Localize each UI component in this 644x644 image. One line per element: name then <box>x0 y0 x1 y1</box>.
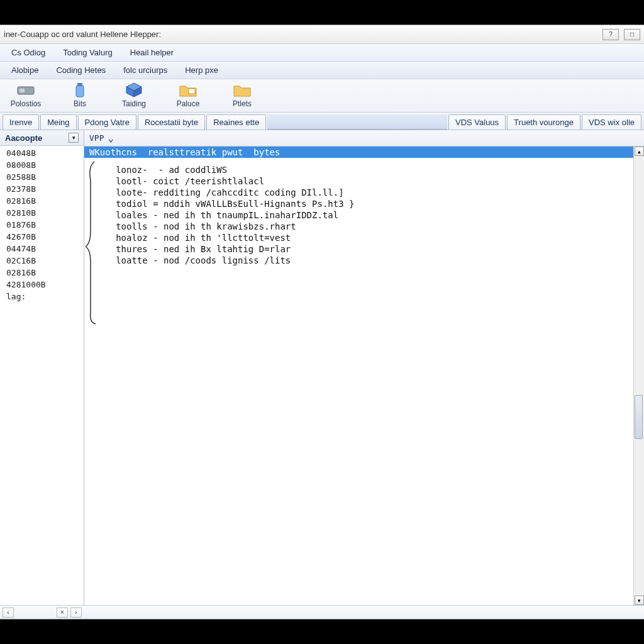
tab-reaines-ette[interactable]: Reaines ette <box>206 114 266 130</box>
chevron-down-icon: ⌄ <box>108 132 114 144</box>
code-line[interactable]: lonoz- - ad coddliWS <box>84 164 633 175</box>
sidebar: Aacoopte ▾ 04048B 08008B 02588B 02378B 0… <box>0 130 84 605</box>
menu-item[interactable]: Coding Hetes <box>47 63 114 77</box>
toolbar-label: Bits <box>74 99 86 108</box>
brace-decoration <box>86 162 98 325</box>
list-item[interactable]: 02810B <box>0 207 84 219</box>
window-title: iner-Couapp oc ord valunt Hellene Hleppe… <box>4 30 600 39</box>
svg-rect-2 <box>77 83 82 86</box>
status-close-button[interactable]: × <box>57 608 68 618</box>
tabbar: Irenve Meing Pdong Vatre Rocestatii byte… <box>0 113 644 130</box>
status-prev-button[interactable]: ‹ <box>3 608 14 618</box>
menubar-row-2: Alobipe Coding Hetes folc urciurps Herp … <box>0 62 644 79</box>
sidebar-header-label: Aacoopte <box>5 133 42 143</box>
sidebar-header: Aacoopte ▾ <box>0 130 84 146</box>
list-item[interactable]: 02C16B <box>0 255 84 267</box>
code-line[interactable]: loales - ned ih th tnaumpIL.inaharIDDZ.t… <box>84 209 633 221</box>
titlebar: iner-Couapp oc ord valunt Hellene Hleppe… <box>0 25 644 44</box>
list-item[interactable]: 02816B <box>0 267 84 279</box>
statusbar: ‹ × › <box>0 605 644 619</box>
toolbar-label: Paluce <box>177 99 200 108</box>
list-item[interactable]: 42670B <box>0 231 84 243</box>
svg-rect-3 <box>76 86 84 97</box>
scroll-thumb[interactable] <box>635 395 643 439</box>
tab-vds-valuus[interactable]: VDS Valuus <box>448 114 506 130</box>
menu-item[interactable]: Alobipe <box>3 63 47 77</box>
toolbar: Polostios Bits Taiding Paluce Ptlets <box>0 79 644 113</box>
list-item[interactable]: 04048B <box>0 147 84 159</box>
menubar-row-1: Cs Odiog Toding Valurg Heail helper <box>0 44 644 62</box>
scroll-down-button[interactable]: ▾ <box>635 596 644 605</box>
menu-item[interactable]: Cs Odiog <box>3 45 54 60</box>
content-area: Aacoopte ▾ 04048B 08008B 02588B 02378B 0… <box>0 130 644 605</box>
folder2-icon <box>232 82 252 98</box>
list-item[interactable]: 4281000B <box>0 279 84 291</box>
tab-trueth-vouronge[interactable]: Trueth vouronge <box>507 114 580 130</box>
list-item[interactable]: 04474B <box>0 243 84 255</box>
maximize-button[interactable]: □ <box>624 29 640 40</box>
tab-vds-wix-olle[interactable]: VDS wix olle <box>582 114 641 130</box>
svg-rect-1 <box>19 89 25 92</box>
code-line[interactable]: loote- redditing /cahccditc coding DIl.l… <box>84 187 633 198</box>
toolbar-button-polostios[interactable]: Polostios <box>6 82 45 108</box>
toolbar-button-taiding[interactable]: Taiding <box>114 82 153 108</box>
list-item[interactable]: 02588B <box>0 171 84 183</box>
menu-item[interactable]: Herp pxe <box>176 63 227 77</box>
tab-pdong-vatre[interactable]: Pdong Vatre <box>78 114 136 130</box>
bottle-icon <box>70 82 90 98</box>
tabbar-spacer <box>267 114 447 130</box>
tab-rocestatii-byte[interactable]: Rocestatii byte <box>138 114 205 130</box>
list-item[interactable]: 02378B <box>0 183 84 195</box>
app-window: iner-Couapp oc ord valunt Hellene Hleppe… <box>0 25 644 619</box>
code-line[interactable]: lootl- coict /teerishtlalacl <box>84 175 633 187</box>
scroll-up-button[interactable]: ▴ <box>635 147 644 156</box>
code-editor[interactable]: WKuothcns realsttreatik pwut bytes lonoz… <box>84 147 633 605</box>
help-button[interactable]: ? <box>602 29 619 40</box>
scroll-track[interactable] <box>634 156 644 596</box>
sidebar-list: 04048B 08008B 02588B 02378B 02816B 02810… <box>0 146 84 605</box>
menu-item[interactable]: Heail helper <box>121 45 182 60</box>
code-line[interactable]: loatte - nod /coods ligniss /lits <box>84 255 633 266</box>
window-controls: ? □ <box>600 29 640 40</box>
code-line[interactable]: hoaloz - nod ih th 'llcttolt=vest <box>84 232 633 243</box>
vertical-scrollbar[interactable]: ▴ ▾ <box>633 147 644 605</box>
list-item[interactable]: 01876B <box>0 219 84 231</box>
toolbar-button-paluce[interactable]: Paluce <box>169 82 208 108</box>
cube-icon <box>124 82 144 98</box>
toolbar-label: Taiding <box>122 99 146 108</box>
svg-rect-7 <box>189 89 195 94</box>
menu-item[interactable]: folc urciurps <box>114 63 176 77</box>
toolbar-label: Polostios <box>11 99 42 108</box>
editor-pane: VPP ⌄ WKuothcns realsttreatik pwut bytes… <box>84 130 644 605</box>
code-line[interactable]: todiol = nddih vWAlLLBsEull-Hignants Ps.… <box>84 198 633 209</box>
editor-tab[interactable]: VPP ⌄ <box>84 130 644 147</box>
code-line[interactable]: toolls - nod ih th krawisbzs.rhart <box>84 221 633 232</box>
code-line[interactable]: thures - ned ih Bx ltahtig D=rlar <box>84 243 633 255</box>
editor-tab-label: VPP <box>89 133 104 143</box>
toolbar-label: Ptlets <box>233 99 252 108</box>
toolbar-button-bits[interactable]: Bits <box>60 82 99 108</box>
folder-icon <box>178 82 198 98</box>
sidebar-dropdown-button[interactable]: ▾ <box>69 133 79 143</box>
tab-irenve[interactable]: Irenve <box>3 114 39 130</box>
code-line-selected[interactable]: WKuothcns realsttreatik pwut bytes <box>84 147 633 158</box>
list-item[interactable]: 08008B <box>0 159 84 171</box>
tab-meing[interactable]: Meing <box>40 114 76 130</box>
list-item[interactable]: 02816B <box>0 195 84 207</box>
status-next-button[interactable]: › <box>70 608 82 618</box>
list-item[interactable]: lag: <box>0 291 84 303</box>
menu-item[interactable]: Toding Valurg <box>54 45 121 60</box>
toolbar-button-ptlets[interactable]: Ptlets <box>223 82 262 108</box>
drive-icon <box>16 82 36 98</box>
